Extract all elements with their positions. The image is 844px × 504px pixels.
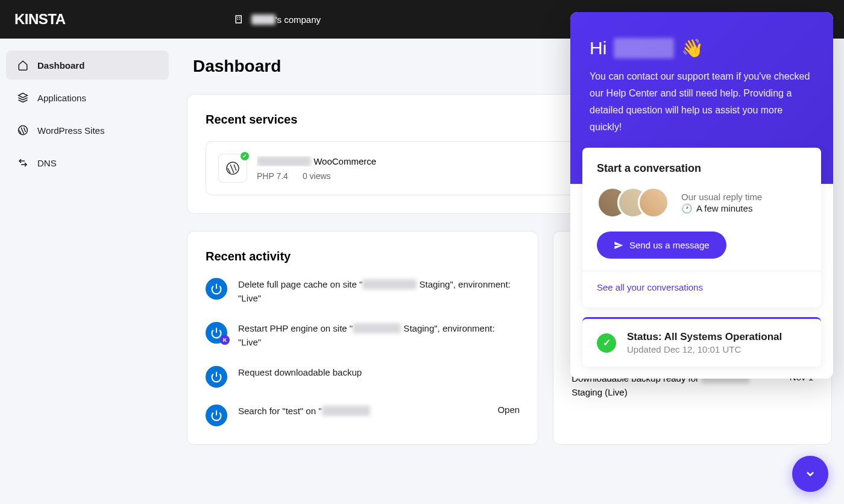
sidebar-item-label: Dashboard [37, 60, 84, 71]
card-title: Recent activity [206, 250, 520, 263]
activity-text: Restart PHP engine on site "XXXXXXXX Sta… [238, 322, 520, 349]
logo: KINSTA [14, 11, 66, 28]
power-icon: K [206, 322, 227, 344]
wave-icon: 👋 [681, 37, 704, 58]
activity-item: Request downloadable backup [206, 366, 520, 388]
company-label: 's company [276, 14, 321, 25]
status-card[interactable]: ✓ Status: All Systems Operational Update… [582, 317, 821, 367]
activity-open-label[interactable]: Open [497, 405, 520, 415]
power-icon [206, 405, 227, 426]
intercom-widget: Hi XXXXX 👋 You can contact our support t… [570, 12, 833, 379]
wordpress-icon [225, 161, 240, 175]
activity-text: Request downloadable backup [238, 366, 520, 380]
see-all-conversations-link[interactable]: See all your conversations [597, 282, 703, 292]
chevron-down-icon [804, 468, 816, 480]
support-avatars [597, 187, 669, 218]
svg-rect-2 [239, 17, 240, 18]
conversation-card: Start a conversation Our usual reply tim… [582, 148, 821, 307]
service-views: 0 views [303, 171, 331, 181]
sidebar: Dashboard Applications WordPress Sites D… [0, 39, 175, 504]
layers-icon [17, 92, 29, 104]
sidebar-item-dashboard[interactable]: Dashboard [6, 51, 169, 80]
sidebar-item-label: WordPress Sites [37, 125, 104, 136]
intercom-description: You can contact our support team if you'… [590, 68, 814, 136]
sidebar-item-dns[interactable]: DNS [6, 148, 169, 177]
recent-activity-card: Recent activity Delete full page cache o… [187, 231, 538, 445]
status-text: Status: All Systems Operational [627, 331, 782, 343]
conversation-title: Start a conversation [597, 162, 807, 175]
intercom-greeting: Hi XXXXX 👋 [590, 37, 814, 58]
svg-rect-3 [237, 19, 238, 20]
sidebar-item-label: DNS [37, 158, 57, 168]
company-selector[interactable]: XXXX 's company [235, 14, 321, 25]
activity-text: Delete full page cache on site "XXXXXXXX… [238, 278, 520, 305]
status-updated: Updated Dec 12, 10:01 UTC [627, 344, 782, 354]
service-php: PHP 7.4 [257, 171, 288, 181]
sidebar-item-applications[interactable]: Applications [6, 83, 169, 112]
reply-time: 🕐 A few minutes [681, 203, 762, 214]
dns-icon [17, 157, 29, 169]
svg-point-7 [227, 162, 239, 174]
kinsta-badge-icon: K [220, 335, 230, 345]
chat-toggle-button[interactable] [792, 456, 828, 492]
svg-rect-0 [236, 16, 241, 23]
activity-text: Search for "test" on "XXXXXXXX [238, 405, 487, 418]
svg-rect-1 [237, 17, 238, 18]
send-icon [614, 241, 623, 250]
company-redacted: XXXX [251, 14, 276, 25]
check-icon: ✓ [597, 333, 616, 353]
clock-icon: 🕐 [681, 203, 693, 214]
svg-marker-5 [19, 93, 28, 98]
sidebar-item-wordpress[interactable]: WordPress Sites [6, 116, 169, 145]
power-icon [206, 366, 227, 388]
home-icon [17, 59, 29, 71]
activity-item: Search for "test" on "XXXXXXXX Open [206, 405, 520, 426]
svg-rect-4 [239, 19, 240, 20]
wordpress-badge [218, 154, 247, 183]
sidebar-item-label: Applications [37, 93, 86, 103]
activity-item: K Restart PHP engine on site "XXXXXXXX S… [206, 322, 520, 349]
wordpress-icon [17, 124, 29, 136]
building-icon [235, 14, 245, 25]
avatar [638, 187, 669, 218]
status-indicator [241, 152, 249, 160]
power-icon [206, 278, 227, 300]
send-message-button[interactable]: Send us a message [597, 232, 726, 259]
reply-label: Our usual reply time [681, 192, 762, 202]
activity-item: Delete full page cache on site "XXXXXXXX… [206, 278, 520, 305]
